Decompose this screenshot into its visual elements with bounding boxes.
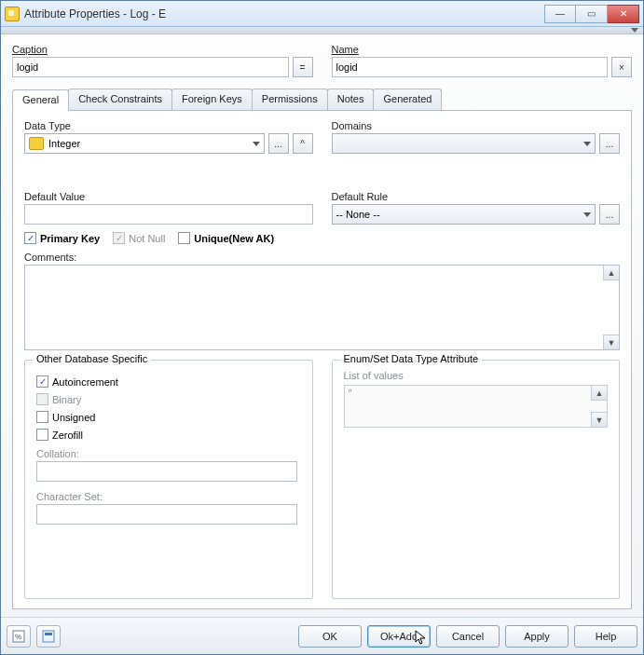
ok-button[interactable]: OK xyxy=(298,625,362,648)
primary-key-checkbox[interactable]: Primary Key xyxy=(24,232,100,244)
titlebar: Attribute Properties - Log - E — ▭ ✕ xyxy=(1,1,643,27)
default-rule-label: Default Rule xyxy=(332,191,621,202)
name-label: Name xyxy=(332,44,633,55)
list-of-values[interactable]: " ▲ ▼ xyxy=(344,385,609,428)
charset-input[interactable] xyxy=(36,504,297,525)
key-icon xyxy=(29,137,44,150)
tab-check-constraints[interactable]: Check Constraints xyxy=(68,89,172,110)
tab-generated[interactable]: Generated xyxy=(373,89,442,110)
default-value-label: Default Value xyxy=(24,191,313,202)
tab-general[interactable]: General xyxy=(12,89,69,111)
apply-button[interactable]: Apply xyxy=(505,625,569,648)
name-side-button[interactable]: × xyxy=(611,57,632,77)
tabs: General Check Constraints Foreign Keys P… xyxy=(12,89,632,111)
help-button[interactable]: Help xyxy=(574,625,637,648)
not-null-label: Not Null xyxy=(129,233,165,244)
caption-input[interactable] xyxy=(12,57,289,77)
app-icon xyxy=(5,7,20,21)
caption-label: Caption xyxy=(12,44,313,55)
checkbox-icon xyxy=(36,429,48,441)
list-of-values-label: List of values xyxy=(344,370,609,381)
scroll-down-icon[interactable]: ▼ xyxy=(591,412,607,427)
close-button[interactable]: ✕ xyxy=(608,5,639,23)
zerofill-checkbox[interactable]: Zerofill xyxy=(36,429,301,441)
checkbox-icon xyxy=(113,232,125,244)
caption-name-row: Caption = Name × xyxy=(12,44,632,77)
binary-checkbox[interactable]: Binary xyxy=(36,393,301,405)
tab-notes[interactable]: Notes xyxy=(327,89,375,110)
name-input[interactable] xyxy=(332,57,609,77)
datatype-label: Data Type xyxy=(24,120,313,131)
chevron-down-icon xyxy=(253,142,260,146)
tab-foreign-keys[interactable]: Foreign Keys xyxy=(171,89,253,110)
chevron-down-icon xyxy=(583,212,591,217)
enumset-fieldset: Enum/Set Data Type Attribute List of val… xyxy=(332,360,621,599)
checkbox-icon xyxy=(36,393,48,405)
datatype-up-button[interactable]: ^ xyxy=(293,133,313,154)
other-db-legend: Other Database Specific xyxy=(33,353,151,364)
tab-permissions[interactable]: Permissions xyxy=(252,89,328,110)
datatype-value: Integer xyxy=(48,138,80,149)
toolbar-collapsed[interactable] xyxy=(1,27,643,34)
scroll-up-icon[interactable]: ▲ xyxy=(603,266,619,280)
unique-checkbox[interactable]: Unique(New AK) xyxy=(178,232,274,244)
ok-add-label: Ok+Add xyxy=(380,631,418,642)
checkbox-icon xyxy=(178,232,190,244)
checkbox-icon xyxy=(36,411,48,423)
default-rule-more-button[interactable]: ... xyxy=(599,204,620,225)
key-flags-row: Primary Key Not Null Unique(New AK) xyxy=(24,232,620,244)
ok-add-button[interactable]: Ok+Add xyxy=(367,625,431,648)
svg-rect-2 xyxy=(43,631,54,642)
comments-label: Comments: xyxy=(24,252,620,263)
checkbox-icon xyxy=(36,375,48,388)
not-null-checkbox: Not Null xyxy=(113,232,165,244)
checkbox-icon xyxy=(24,232,36,244)
zerofill-label: Zerofill xyxy=(52,430,83,441)
sync-name-button[interactable]: = xyxy=(293,57,313,77)
view-icon-button[interactable] xyxy=(36,625,61,648)
default-rule-combo[interactable]: -- None -- xyxy=(332,204,596,225)
fieldsets-row: Other Database Specific Autoincrement Bi… xyxy=(24,360,620,599)
datatype-combo[interactable]: Integer xyxy=(24,133,265,154)
charset-label: Character Set: xyxy=(36,491,301,502)
comments-textarea[interactable]: ▲ ▼ xyxy=(24,265,620,350)
scroll-up-icon[interactable]: ▲ xyxy=(591,386,607,401)
collation-input[interactable] xyxy=(36,461,297,482)
datatype-more-button[interactable]: ... xyxy=(268,133,289,154)
enumset-legend: Enum/Set Data Type Attribute xyxy=(340,353,483,364)
client-area: Caption = Name × General Check Constrain… xyxy=(1,34,643,617)
scroll-down-icon[interactable]: ▼ xyxy=(603,334,619,349)
tab-body-general: Data Type Integer ... ^ Domains xyxy=(12,111,632,609)
dialog-window: Attribute Properties - Log - E — ▭ ✕ Cap… xyxy=(0,0,644,655)
unsigned-label: Unsigned xyxy=(52,412,95,423)
window-buttons: — ▭ ✕ xyxy=(544,5,639,23)
domains-combo[interactable] xyxy=(332,133,596,154)
footer: % OK Ok+Add Cancel Apply Help xyxy=(1,617,643,654)
default-value-input[interactable] xyxy=(24,204,313,225)
chevron-down-icon xyxy=(583,142,591,146)
unique-label: Unique(New AK) xyxy=(194,233,274,244)
cancel-button[interactable]: Cancel xyxy=(436,625,500,648)
svg-text:%: % xyxy=(15,633,21,641)
primary-key-label: Primary Key xyxy=(40,233,100,244)
other-db-fieldset: Other Database Specific Autoincrement Bi… xyxy=(24,360,313,599)
unsigned-checkbox[interactable]: Unsigned xyxy=(36,411,301,423)
list-first-item: " xyxy=(345,386,608,401)
domains-more-button[interactable]: ... xyxy=(599,133,620,154)
script-icon-button[interactable]: % xyxy=(7,625,31,648)
maximize-button[interactable]: ▭ xyxy=(576,5,608,23)
collation-label: Collation: xyxy=(36,448,301,459)
autoincrement-label: Autoincrement xyxy=(52,376,118,388)
svg-rect-3 xyxy=(45,633,52,635)
domains-label: Domains xyxy=(332,120,621,131)
binary-label: Binary xyxy=(52,394,81,405)
autoincrement-checkbox[interactable]: Autoincrement xyxy=(36,375,301,388)
default-rule-value: -- None -- xyxy=(336,209,380,220)
window-title: Attribute Properties - Log - E xyxy=(24,7,166,20)
minimize-button[interactable]: — xyxy=(544,5,576,23)
